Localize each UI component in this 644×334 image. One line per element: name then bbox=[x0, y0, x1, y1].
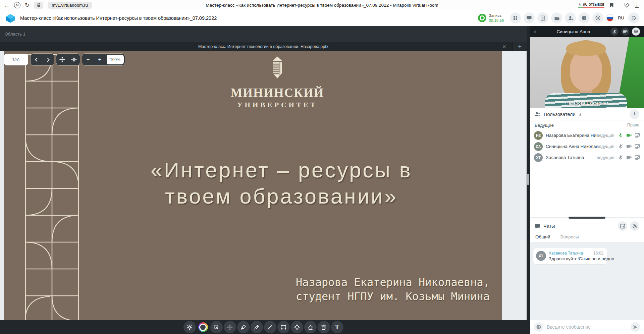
eraser-icon bbox=[308, 324, 313, 330]
tool-text-button[interactable]: T bbox=[331, 321, 343, 333]
slide-margin-left bbox=[0, 51, 4, 320]
notes-button[interactable] bbox=[537, 12, 548, 23]
add-tab-button[interactable]: + bbox=[513, 42, 527, 51]
reviews-badge[interactable]: ★ 96 отзывов bbox=[578, 2, 604, 8]
mic-off-icon[interactable] bbox=[618, 155, 623, 160]
participants-button[interactable] bbox=[565, 12, 576, 23]
tool-pen-button[interactable] bbox=[251, 321, 263, 333]
language-flag-icon[interactable] bbox=[606, 14, 614, 22]
users-group-label: Ведущие bbox=[535, 123, 554, 128]
zoom-in-button[interactable]: + bbox=[94, 54, 106, 65]
next-page-button[interactable] bbox=[42, 54, 54, 65]
chat-icon bbox=[535, 224, 540, 229]
vertical-scrollbar[interactable] bbox=[527, 26, 530, 334]
university-name: МИНИНСКИЙ bbox=[220, 86, 334, 100]
chevron-right-icon bbox=[46, 57, 50, 62]
presentation-filename: Мастер-класс. Интернет технологии в обра… bbox=[198, 44, 328, 49]
users-panel: Пользователи 3 + Ведущие Права НЕ Назаро… bbox=[530, 108, 644, 217]
users-rights-label[interactable]: Права bbox=[627, 123, 639, 127]
room-title: Мастер-класс «Как использовать Интернет-… bbox=[20, 15, 217, 21]
add-user-button[interactable]: + bbox=[630, 109, 639, 119]
lock-icon[interactable] bbox=[34, 2, 43, 9]
user-row[interactable]: ХТ Хасанова Татьяна ведущий bbox=[530, 152, 644, 163]
line-icon bbox=[267, 325, 273, 330]
tool-select-frame-button[interactable] bbox=[277, 321, 290, 333]
brush-icon bbox=[240, 324, 246, 330]
info-button[interactable] bbox=[579, 12, 590, 23]
chat-messages: ХТ Хасанова Татьяна 16:02 Здравствуйте!С… bbox=[530, 242, 644, 320]
exit-door-icon bbox=[631, 15, 637, 21]
collections-tag-icon[interactable] bbox=[624, 2, 630, 8]
layouts-button[interactable] bbox=[510, 12, 521, 23]
send-button[interactable] bbox=[631, 322, 640, 332]
tool-eraser-button[interactable] bbox=[304, 321, 317, 333]
user-row[interactable]: НЕ Назарова Екатерина Ник... ведущий bbox=[530, 130, 644, 141]
users-subheader: Ведущие Права bbox=[530, 120, 644, 130]
panel-divider bbox=[530, 217, 644, 220]
chat-settings-button[interactable] bbox=[630, 221, 639, 231]
chat-popout-button[interactable] bbox=[618, 221, 627, 231]
zoom-out-button[interactable]: − bbox=[82, 54, 94, 65]
divider bbox=[619, 2, 619, 8]
folder-icon bbox=[554, 16, 559, 20]
chevron-left-icon bbox=[34, 57, 39, 62]
recording-indicator: Запись 00:18:56 bbox=[478, 13, 504, 23]
tool-color-button[interactable] bbox=[197, 321, 209, 333]
annotation-toolbar: T bbox=[0, 320, 527, 334]
tool-pointer-button[interactable] bbox=[210, 321, 223, 333]
video-feed: Назарова Екатерина bbox=[530, 37, 644, 108]
tool-settings-button[interactable] bbox=[183, 321, 196, 333]
user-row[interactable]: СА Синицына Анна Николае... ведущий bbox=[530, 141, 644, 152]
video-cam-off-button[interactable] bbox=[621, 27, 629, 36]
tool-clear-button[interactable] bbox=[318, 321, 330, 333]
tool-brush-button[interactable] bbox=[237, 321, 250, 333]
mic-on-icon[interactable] bbox=[618, 133, 623, 138]
bookmark-icon[interactable] bbox=[609, 2, 614, 8]
close-presentation-button[interactable]: × bbox=[499, 42, 509, 51]
screen-off-icon[interactable] bbox=[635, 133, 640, 138]
screen-share-button[interactable] bbox=[524, 12, 535, 23]
video-settings-button[interactable] bbox=[632, 27, 640, 36]
exit-button[interactable] bbox=[628, 12, 639, 23]
screen-off-icon[interactable] bbox=[635, 144, 640, 149]
screen-off-icon[interactable] bbox=[635, 155, 640, 160]
message-author: Хасанова Татьяна bbox=[549, 251, 583, 256]
popout-icon bbox=[620, 224, 625, 229]
language-code[interactable]: RU bbox=[618, 15, 624, 20]
tool-line-button[interactable] bbox=[264, 321, 276, 333]
cam-off-icon[interactable] bbox=[626, 155, 632, 160]
tool-shape-button[interactable] bbox=[291, 321, 303, 333]
video-mic-off-button[interactable] bbox=[610, 27, 619, 36]
panel-drag-handle[interactable] bbox=[569, 217, 605, 219]
fit-width-icon bbox=[71, 57, 77, 62]
settings-button[interactable] bbox=[592, 12, 603, 23]
selection-frame-icon bbox=[281, 324, 286, 330]
avatar: НЕ bbox=[534, 131, 543, 140]
refresh-button[interactable]: ↻ bbox=[25, 2, 30, 8]
browser-back-button[interactable]: ← bbox=[4, 2, 10, 8]
chat-tab-questions[interactable]: Вопросы bbox=[560, 234, 579, 239]
prev-page-button[interactable] bbox=[31, 54, 42, 65]
yandex-icon[interactable]: Я bbox=[14, 2, 20, 8]
fit-width-button[interactable] bbox=[68, 54, 80, 65]
download-icon[interactable]: ↓ bbox=[635, 2, 639, 8]
page-controls: 1/51 − + 100% bbox=[4, 54, 125, 65]
sidebar: Синицына Анна Назарова Екатерина Пользов… bbox=[530, 26, 644, 334]
cam-off-icon[interactable] bbox=[626, 144, 632, 149]
zoom-level[interactable]: 100% bbox=[107, 55, 124, 64]
emoji-button[interactable] bbox=[534, 322, 543, 332]
mic-off-icon[interactable] bbox=[618, 144, 623, 149]
message-input[interactable] bbox=[547, 324, 627, 330]
files-button[interactable] bbox=[551, 12, 562, 23]
scrollbar-handle[interactable] bbox=[527, 174, 529, 185]
pan-mode-button[interactable] bbox=[56, 54, 68, 65]
chat-panel: Чаты Общий Вопросы ХТ Хасанова Татьяна 1… bbox=[530, 220, 644, 334]
address-bar[interactable]: mv1.virtualroom.ru bbox=[48, 2, 92, 9]
recording-icon bbox=[478, 14, 486, 22]
page-indicator[interactable]: 1/51 bbox=[4, 54, 28, 65]
users-count: 3 bbox=[579, 112, 581, 117]
tool-move-button[interactable] bbox=[224, 321, 236, 333]
video-speaker-label: Назарова Екатерина bbox=[530, 101, 644, 106]
chat-tab-general[interactable]: Общий bbox=[535, 234, 550, 239]
cam-on-icon[interactable] bbox=[626, 133, 632, 137]
